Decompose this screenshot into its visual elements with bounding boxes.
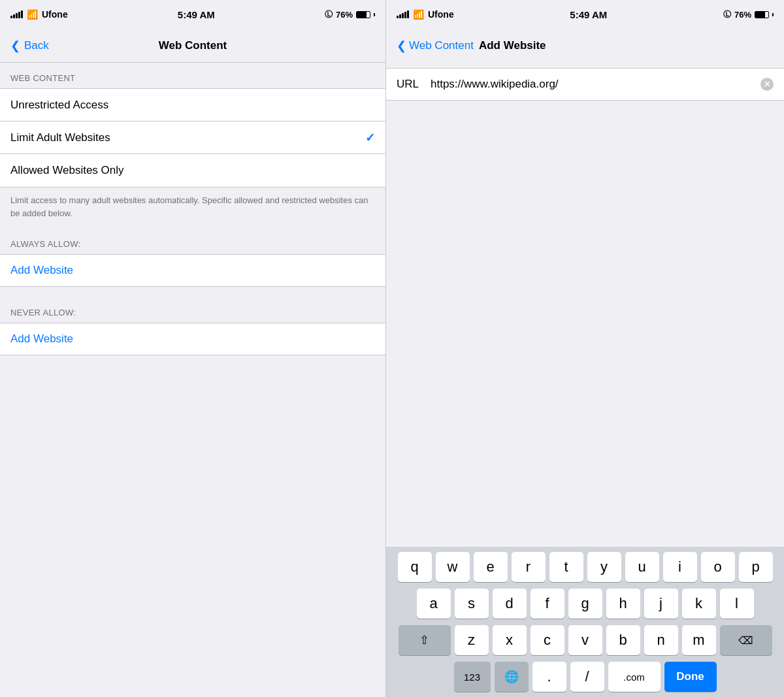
option-unrestricted-label: Unrestricted Access [10,99,375,112]
key-g[interactable]: g [568,589,602,619]
keyboard-row-4: 123 🌐 . / .com Done [389,662,781,692]
key-f[interactable]: f [531,589,564,619]
globe-key[interactable]: 🌐 [495,662,529,692]
keyboard: q w e r t y u i o p a s d f g h j k l ⇧ … [386,547,784,697]
right-battery-percent: 76% [734,10,751,20]
right-battery-icon [755,11,769,18]
battery-icon [356,11,370,18]
key-u[interactable]: u [625,552,659,582]
key-k[interactable]: k [682,589,716,619]
keyboard-row-2: a s d f g h j k l [389,589,781,619]
key-w[interactable]: w [436,552,470,582]
right-nav-bar: ❮ Web Content Add Website [386,29,784,63]
left-chevron-icon: ❮ [10,39,20,53]
url-input[interactable] [431,78,750,91]
left-battery-area: Ⓛ 76% [325,9,375,20]
right-battery-area: Ⓛ 76% [723,9,774,20]
right-page-title: Add Website [479,39,546,52]
key-q[interactable]: q [398,552,432,582]
keyboard-row-1: q w e r t y u i o p [389,552,781,582]
right-panel: 📶 Ufone 5:49 AM Ⓛ 76% ❮ Web Content Add … [385,0,784,697]
key-r[interactable]: r [512,552,546,582]
key-l[interactable]: l [720,589,754,619]
key-d[interactable]: d [493,589,527,619]
wifi-icon: 📶 [27,9,38,20]
battery-tip [374,13,375,16]
right-back-label: Web Content [409,39,474,52]
left-page-title: Web Content [159,39,227,52]
delete-key[interactable]: ⌫ [720,625,772,655]
option-allowed-only-label: Allowed Websites Only [10,164,375,177]
keyboard-row-3: ⇧ z x c v b n m ⌫ [389,625,781,655]
key-c[interactable]: c [531,625,564,655]
checkmark-icon: ✓ [365,131,375,145]
never-allow-header: NEVER ALLOW: [0,297,385,323]
signal-bars-icon [10,10,23,18]
key-t[interactable]: t [549,552,583,582]
location-icon: Ⓛ [325,9,333,20]
key-n[interactable]: n [644,625,678,655]
key-e[interactable]: e [474,552,508,582]
left-time: 5:49 AM [178,9,215,20]
right-chevron-icon: ❮ [397,39,406,53]
gray-spacer [386,101,784,547]
key-m[interactable]: m [682,625,716,655]
carrier-name: Ufone [42,9,68,20]
dot-key[interactable]: . [532,662,566,692]
battery-percent: 76% [336,10,353,20]
key-x[interactable]: x [493,625,527,655]
key-v[interactable]: v [568,625,602,655]
key-a[interactable]: a [417,589,451,619]
left-panel: 📶 Ufone 5:49 AM Ⓛ 76% ❮ Back Web Content… [0,0,385,697]
key-p[interactable]: p [739,552,773,582]
key-s[interactable]: s [455,589,489,619]
left-back-button[interactable]: ❮ Back [10,39,49,53]
never-allow-add-website[interactable]: Add Website [0,323,385,355]
right-wifi-icon: 📶 [413,9,424,20]
option-unrestricted[interactable]: Unrestricted Access [0,89,385,122]
right-signal-bars-icon [397,10,409,18]
option-limit-adult[interactable]: Limit Adult Websites ✓ [0,122,385,154]
left-back-label: Back [24,39,49,52]
web-content-section-header: WEB CONTENT [0,63,385,88]
key-b[interactable]: b [606,625,640,655]
right-back-button[interactable]: ❮ Web Content [397,39,474,53]
always-allow-add-label: Add Website [10,264,73,277]
left-nav-bar: ❮ Back Web Content [0,29,385,63]
slash-key[interactable]: / [570,662,604,692]
always-allow-header: ALWAYS ALLOW: [0,229,385,254]
done-key[interactable]: Done [664,662,717,692]
numbers-key[interactable]: 123 [454,662,491,692]
right-carrier-info: 📶 Ufone [397,9,454,20]
key-j[interactable]: j [644,589,678,619]
url-input-row[interactable]: URL ✕ [386,68,784,101]
right-carrier-name: Ufone [428,9,454,20]
url-clear-button[interactable]: ✕ [760,78,774,91]
left-carrier-info: 📶 Ufone [10,9,68,20]
key-z[interactable]: z [455,625,489,655]
key-h[interactable]: h [606,589,640,619]
key-o[interactable]: o [701,552,735,582]
option-limit-adult-label: Limit Adult Websites [10,131,365,144]
right-battery-tip [772,13,774,16]
right-location-icon: Ⓛ [723,9,731,20]
web-content-description: Limit access to many adult websites auto… [0,187,385,229]
web-content-options-list: Unrestricted Access Limit Adult Websites… [0,88,385,187]
shift-key[interactable]: ⇧ [399,625,451,655]
dotcom-key[interactable]: .com [608,662,661,692]
option-allowed-only[interactable]: Allowed Websites Only [0,154,385,187]
key-y[interactable]: y [587,552,621,582]
right-status-bar: 📶 Ufone 5:49 AM Ⓛ 76% [386,0,784,29]
right-time: 5:49 AM [570,9,607,20]
key-i[interactable]: i [663,552,697,582]
left-status-bar: 📶 Ufone 5:49 AM Ⓛ 76% [0,0,385,29]
url-label: URL [397,78,420,91]
always-allow-add-website[interactable]: Add Website [0,254,385,287]
never-allow-add-label: Add Website [10,332,73,346]
